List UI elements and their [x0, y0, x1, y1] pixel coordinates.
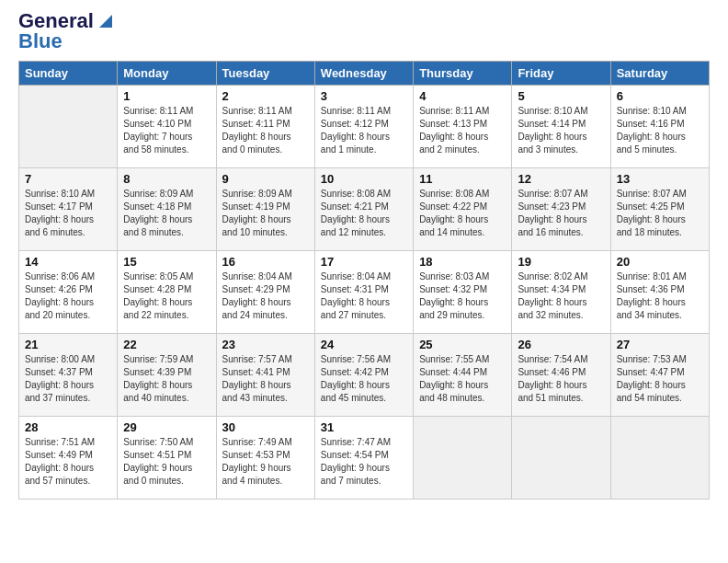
calendar-cell: 5Sunrise: 8:10 AM Sunset: 4:14 PM Daylig… [512, 86, 610, 168]
day-number: 15 [123, 255, 210, 269]
calendar-cell: 26Sunrise: 7:54 AM Sunset: 4:46 PM Dayli… [512, 334, 610, 417]
calendar-cell: 27Sunrise: 7:53 AM Sunset: 4:47 PM Dayli… [610, 334, 709, 417]
day-info: Sunrise: 8:06 AM Sunset: 4:26 PM Dayligh… [25, 270, 111, 322]
calendar-week-row: 1Sunrise: 8:11 AM Sunset: 4:10 PM Daylig… [19, 86, 710, 168]
day-number: 25 [419, 338, 506, 351]
day-info: Sunrise: 8:08 AM Sunset: 4:22 PM Dayligh… [419, 188, 506, 239]
day-info: Sunrise: 7:50 AM Sunset: 4:51 PM Dayligh… [123, 436, 210, 488]
day-info: Sunrise: 7:55 AM Sunset: 4:44 PM Dayligh… [419, 353, 506, 405]
page: General Blue SundayMondayTuesdayWednesda… [0, 0, 728, 563]
day-number: 30 [222, 420, 309, 434]
calendar-cell: 16Sunrise: 8:04 AM Sunset: 4:29 PM Dayli… [216, 251, 314, 334]
day-number: 12 [518, 172, 604, 186]
day-info: Sunrise: 8:07 AM Sunset: 4:25 PM Dayligh… [617, 188, 703, 239]
day-info: Sunrise: 8:05 AM Sunset: 4:28 PM Dayligh… [123, 270, 210, 322]
day-info: Sunrise: 8:03 AM Sunset: 4:32 PM Dayligh… [419, 270, 506, 322]
calendar-cell: 29Sunrise: 7:50 AM Sunset: 4:51 PM Dayli… [118, 417, 216, 500]
calendar-cell [512, 417, 610, 500]
calendar-header-row: SundayMondayTuesdayWednesdayThursdayFrid… [19, 62, 710, 86]
day-number: 1 [123, 89, 210, 103]
day-number: 31 [321, 420, 407, 434]
weekday-header: Sunday [19, 62, 118, 86]
calendar-cell [19, 86, 118, 168]
day-info: Sunrise: 8:11 AM Sunset: 4:12 PM Dayligh… [321, 105, 407, 156]
day-info: Sunrise: 8:08 AM Sunset: 4:21 PM Dayligh… [321, 188, 407, 239]
day-number: 23 [222, 338, 309, 351]
day-info: Sunrise: 8:09 AM Sunset: 4:18 PM Dayligh… [123, 188, 210, 239]
day-number: 5 [518, 89, 604, 103]
calendar-cell: 17Sunrise: 8:04 AM Sunset: 4:31 PM Dayli… [314, 251, 413, 334]
calendar-cell: 19Sunrise: 8:02 AM Sunset: 4:34 PM Dayli… [512, 251, 610, 334]
calendar-cell: 15Sunrise: 8:05 AM Sunset: 4:28 PM Dayli… [118, 251, 216, 334]
svg-marker-0 [99, 15, 112, 28]
calendar-cell: 3Sunrise: 8:11 AM Sunset: 4:12 PM Daylig… [314, 86, 413, 168]
calendar-cell: 18Sunrise: 8:03 AM Sunset: 4:32 PM Dayli… [414, 251, 512, 334]
day-number: 4 [419, 89, 506, 103]
day-number: 10 [321, 172, 407, 186]
calendar-cell [414, 417, 512, 500]
header: General Blue [18, 9, 710, 53]
weekday-header: Saturday [610, 62, 709, 86]
day-number: 14 [25, 255, 111, 269]
day-number: 20 [617, 255, 703, 269]
day-info: Sunrise: 8:07 AM Sunset: 4:23 PM Dayligh… [518, 188, 604, 239]
calendar-cell: 1Sunrise: 8:11 AM Sunset: 4:10 PM Daylig… [118, 86, 216, 168]
day-number: 7 [25, 172, 111, 186]
calendar-cell: 11Sunrise: 8:08 AM Sunset: 4:22 PM Dayli… [414, 168, 512, 251]
day-info: Sunrise: 7:51 AM Sunset: 4:49 PM Dayligh… [25, 436, 111, 488]
calendar-cell: 8Sunrise: 8:09 AM Sunset: 4:18 PM Daylig… [118, 168, 216, 251]
logo: General Blue [18, 9, 116, 53]
logo-line2: Blue [18, 29, 63, 53]
day-number: 29 [123, 420, 210, 434]
calendar-cell: 12Sunrise: 8:07 AM Sunset: 4:23 PM Dayli… [512, 168, 610, 251]
calendar-cell: 10Sunrise: 8:08 AM Sunset: 4:21 PM Dayli… [314, 168, 413, 251]
day-number: 11 [419, 172, 506, 186]
calendar-cell: 30Sunrise: 7:49 AM Sunset: 4:53 PM Dayli… [216, 417, 314, 500]
calendar-cell: 9Sunrise: 8:09 AM Sunset: 4:19 PM Daylig… [216, 168, 314, 251]
calendar-cell: 25Sunrise: 7:55 AM Sunset: 4:44 PM Dayli… [414, 334, 512, 417]
weekday-header: Thursday [414, 62, 512, 86]
calendar-cell [610, 417, 709, 500]
day-info: Sunrise: 7:47 AM Sunset: 4:54 PM Dayligh… [321, 436, 407, 488]
calendar-week-row: 21Sunrise: 8:00 AM Sunset: 4:37 PM Dayli… [19, 334, 710, 417]
calendar-cell: 14Sunrise: 8:06 AM Sunset: 4:26 PM Dayli… [19, 251, 118, 334]
calendar-cell: 24Sunrise: 7:56 AM Sunset: 4:42 PM Dayli… [314, 334, 413, 417]
calendar-cell: 13Sunrise: 8:07 AM Sunset: 4:25 PM Dayli… [610, 168, 709, 251]
calendar-cell: 2Sunrise: 8:11 AM Sunset: 4:11 PM Daylig… [216, 86, 314, 168]
day-info: Sunrise: 7:56 AM Sunset: 4:42 PM Dayligh… [321, 353, 407, 405]
calendar-cell: 21Sunrise: 8:00 AM Sunset: 4:37 PM Dayli… [19, 334, 118, 417]
day-number: 6 [617, 89, 703, 103]
weekday-header: Tuesday [216, 62, 314, 86]
day-info: Sunrise: 8:10 AM Sunset: 4:17 PM Dayligh… [25, 188, 111, 239]
day-number: 2 [222, 89, 309, 103]
day-info: Sunrise: 7:49 AM Sunset: 4:53 PM Dayligh… [222, 436, 309, 488]
day-number: 19 [518, 255, 604, 269]
calendar-table: SundayMondayTuesdayWednesdayThursdayFrid… [18, 61, 710, 500]
day-number: 26 [518, 338, 604, 351]
day-number: 22 [123, 338, 210, 351]
day-info: Sunrise: 8:11 AM Sunset: 4:13 PM Dayligh… [419, 105, 506, 156]
day-info: Sunrise: 8:10 AM Sunset: 4:14 PM Dayligh… [518, 105, 604, 156]
day-number: 13 [617, 172, 703, 186]
day-info: Sunrise: 8:11 AM Sunset: 4:10 PM Dayligh… [123, 105, 210, 156]
day-info: Sunrise: 8:04 AM Sunset: 4:29 PM Dayligh… [222, 270, 309, 322]
calendar-cell: 7Sunrise: 8:10 AM Sunset: 4:17 PM Daylig… [19, 168, 118, 251]
calendar-cell: 23Sunrise: 7:57 AM Sunset: 4:41 PM Dayli… [216, 334, 314, 417]
calendar-cell: 6Sunrise: 8:10 AM Sunset: 4:16 PM Daylig… [610, 86, 709, 168]
calendar-cell: 22Sunrise: 7:59 AM Sunset: 4:39 PM Dayli… [118, 334, 216, 417]
calendar-cell: 4Sunrise: 8:11 AM Sunset: 4:13 PM Daylig… [414, 86, 512, 168]
calendar-cell: 20Sunrise: 8:01 AM Sunset: 4:36 PM Dayli… [610, 251, 709, 334]
day-number: 24 [321, 338, 407, 351]
calendar-cell: 28Sunrise: 7:51 AM Sunset: 4:49 PM Dayli… [19, 417, 118, 500]
day-info: Sunrise: 8:00 AM Sunset: 4:37 PM Dayligh… [25, 353, 111, 405]
calendar-week-row: 14Sunrise: 8:06 AM Sunset: 4:26 PM Dayli… [19, 251, 710, 334]
day-number: 21 [25, 338, 111, 351]
day-info: Sunrise: 8:01 AM Sunset: 4:36 PM Dayligh… [617, 270, 703, 322]
day-number: 17 [321, 255, 407, 269]
calendar-cell: 31Sunrise: 7:47 AM Sunset: 4:54 PM Dayli… [314, 417, 413, 500]
day-info: Sunrise: 8:10 AM Sunset: 4:16 PM Dayligh… [617, 105, 703, 156]
calendar-week-row: 7Sunrise: 8:10 AM Sunset: 4:17 PM Daylig… [19, 168, 710, 251]
day-info: Sunrise: 8:09 AM Sunset: 4:19 PM Dayligh… [222, 188, 309, 239]
day-number: 28 [25, 420, 111, 434]
day-number: 9 [222, 172, 309, 186]
